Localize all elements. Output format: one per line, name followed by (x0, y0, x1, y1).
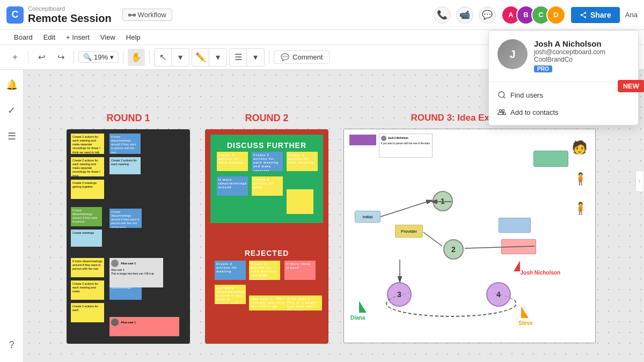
add-contacts-label: Add to contacts (510, 108, 559, 116)
new-badge: NEW (618, 80, 644, 92)
sticky-note[interactable]: Create 2 actions for each meeting (217, 152, 248, 171)
chat-button[interactable]: 💬 (479, 6, 496, 24)
zoom-level: 19% (94, 53, 108, 61)
add-contacts-button[interactable]: Add to contacts (489, 104, 638, 121)
help-icon[interactable]: ? (3, 336, 20, 353)
sticky-note[interactable]: Create 2 actions for each meeting and ma… (71, 134, 104, 154)
rejected-label: REJECTED (245, 249, 289, 257)
sticky-note[interactable]: Create 2 actions for each meeting (287, 152, 318, 171)
redo-button[interactable]: ↪ (52, 49, 69, 66)
sticky-note[interactable]: Create 2 actions for each (71, 303, 104, 322)
top-bar: C Conceptboard Remote Session Workflow 📞… (0, 0, 644, 30)
task-icon[interactable]: ✓ (3, 102, 20, 119)
sticky-note[interactable]: Create 2 actions for each meeting and ma… (71, 157, 104, 176)
right-collapse-button[interactable]: ‹ (635, 171, 644, 192)
popup-header: J Josh A Nicholson josh@conceptboard.com… (489, 31, 638, 82)
select-tool-group: ↖ ▾ (154, 48, 189, 67)
select-dropdown[interactable]: ▾ (172, 49, 189, 66)
sticky-note[interactable]: and more ideas/meetings around if they w… (215, 285, 246, 304)
round2-board: DISCUSS FURTHER Create 2 actions for eac… (205, 129, 328, 344)
list-icon[interactable]: ☰ (3, 128, 20, 145)
discuss-section: DISCUSS FURTHER Create 2 actions for eac… (210, 135, 323, 223)
undo-button[interactable]: ↩ (33, 49, 50, 66)
share-button[interactable]: Share (571, 7, 620, 23)
comment-box: Josh A Nicholson If you want to person w… (379, 134, 433, 158)
sticky-note[interactable]: Create 2 meetings getting together (71, 180, 104, 199)
avatar[interactable]: D (546, 5, 566, 25)
draw-dropdown[interactable]: ▾ (209, 49, 226, 66)
menu-edit[interactable]: Edit (38, 30, 61, 45)
phone-button[interactable]: 📞 (434, 6, 451, 24)
menu-help[interactable]: Help (121, 30, 146, 45)
sticky-note[interactable]: Create 2 actions for each meeting and ma… (252, 152, 283, 171)
svg-point-8 (499, 92, 504, 98)
provider-box: Provider (395, 225, 423, 238)
sticky-note[interactable]: Create 2 actions for each (252, 176, 283, 196)
sticky-note[interactable]: If more ideas/meetings around if they wa… (71, 258, 104, 277)
sticky-note[interactable] (349, 135, 376, 145)
logo-icon: C (6, 6, 24, 24)
sticky-note[interactable]: Create 2 actions for each meeting and ma… (249, 261, 280, 280)
sticky-note[interactable]: Create 2 actions for meeting (215, 261, 246, 280)
text-button[interactable]: ☰ (230, 49, 247, 66)
sticky-note[interactable]: If more ideas/meetings around if they wa… (109, 134, 141, 154)
popup-email: josh@conceptboard.com (534, 48, 630, 56)
video-button[interactable]: 📹 (456, 6, 473, 24)
avatars-group: A B C D (501, 5, 566, 25)
sticky-note[interactable]: Create meetings (71, 230, 102, 247)
sticky-note[interactable]: Alias user 1 · This is a longer text her… (286, 295, 322, 311)
svg-line-4 (423, 232, 442, 246)
diana-cursor (359, 301, 367, 313)
comment-button[interactable]: 💬 Comment (274, 50, 330, 64)
add-button[interactable]: ＋ (6, 49, 24, 66)
workflow-button[interactable]: Workflow (122, 9, 172, 21)
separator (74, 51, 74, 64)
separator (149, 51, 150, 64)
sticky-note[interactable]: If more ideas around (284, 261, 316, 280)
popup-company: CoolBrandCo (534, 56, 630, 63)
round1-section: ROUND 1 Create 2 actions for each meetin… (67, 113, 190, 344)
sticky-note[interactable]: If more ideas/meetings around (217, 176, 248, 196)
sticky-note[interactable]: If more ideas/meetings around if they wa… (109, 209, 142, 228)
share-label: Share (590, 11, 611, 19)
popup-name: Josh A Nicholson (534, 39, 630, 48)
add-contact-icon (497, 108, 506, 116)
share-icon (580, 11, 587, 19)
text-dropdown[interactable]: ▾ (247, 49, 264, 66)
person-icon: 🧍 (573, 172, 588, 186)
comment-icon: 💬 (281, 53, 289, 61)
round2-section: ROUND 2 DISCUSS FURTHER Create 2 actions… (205, 113, 328, 344)
sticky-note[interactable]: If more ideas/meetings around if they wa… (71, 207, 102, 226)
sticky-note[interactable] (287, 189, 313, 214)
zoom-control[interactable]: 🔍 19% ▾ (78, 51, 119, 63)
sticky-note[interactable]: Create 2 actions for each meeting and ma… (71, 280, 104, 300)
round1-board: Create 2 actions for each meeting and ma… (67, 129, 190, 344)
draw-button[interactable]: ✏️ (192, 49, 209, 66)
sticky-note[interactable]: Create 2 actions for each meeting (109, 157, 141, 174)
comment-label: Comment (292, 53, 323, 61)
menu-view[interactable]: View (95, 30, 121, 45)
diagram-box (533, 151, 568, 167)
pro-badge: PRO (534, 65, 552, 72)
person-icon: 🧍 (573, 202, 588, 216)
svg-point-1 (133, 14, 135, 16)
svg-line-3 (380, 201, 431, 217)
text-tool-group: ☰ ▾ (229, 48, 265, 67)
menu-insert[interactable]: + Insert (61, 30, 95, 45)
draw-tool-group: ✏️ ▾ (192, 48, 227, 67)
hand-tool-button[interactable]: ✋ (128, 49, 145, 66)
sticky-note[interactable]: Alias user 1 Idea user 1 This is longer … (109, 258, 163, 287)
find-users-button[interactable]: Find users NEW (489, 86, 638, 104)
popup-avatar: J (497, 39, 528, 69)
select-button[interactable]: ↖ (155, 49, 172, 66)
blue-box (499, 218, 531, 233)
pink-box (501, 239, 536, 254)
logo-area: C Conceptboard Remote Session (6, 5, 112, 25)
svg-line-9 (503, 97, 505, 98)
popup-actions: Find users NEW Add to contacts (489, 82, 638, 125)
top-right: 📞 📹 💬 A B C D Share Ana (434, 5, 638, 25)
menu-board[interactable]: Board (9, 30, 38, 45)
separator (269, 51, 269, 64)
sticky-note[interactable]: Alias user 1 (109, 317, 179, 336)
notification-icon[interactable]: 🔔 (3, 76, 20, 93)
